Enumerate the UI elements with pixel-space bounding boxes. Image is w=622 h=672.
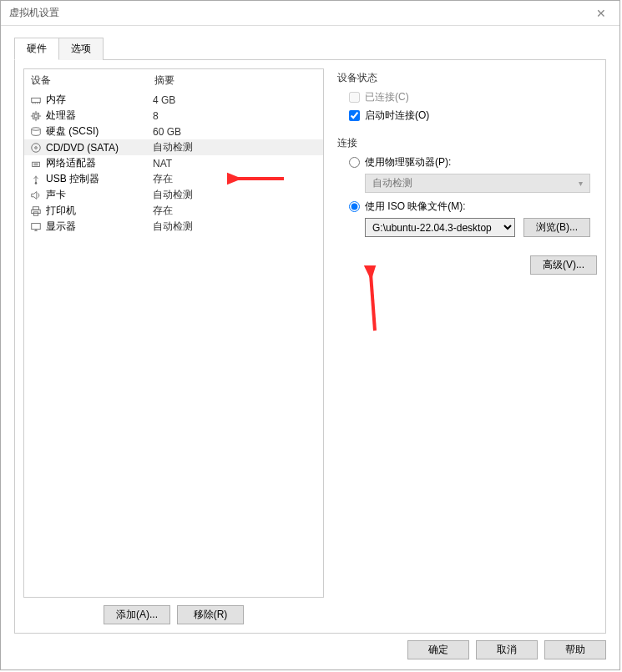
device-summary: NAT	[153, 158, 318, 169]
device-row-cd[interactable]: CD/DVD (SATA)自动检测	[24, 139, 323, 155]
vm-settings-window: 虚拟机设置 ✕ 硬件 选项 设备 摘要 内存4 GB处理器8硬盘 (SCSI)6…	[0, 0, 620, 670]
connected-input	[349, 92, 360, 103]
device-name: 硬盘 (SCSI)	[46, 124, 153, 139]
device-summary: 8	[153, 110, 318, 122]
content-area: 硬件 选项 设备 摘要 内存4 GB处理器8硬盘 (SCSI)60 GBCD/D…	[1, 26, 619, 642]
sound-icon	[29, 189, 43, 202]
remove-button[interactable]: 移除(R)	[177, 605, 244, 624]
svg-rect-6	[34, 114, 38, 118]
tab-panel-hardware: 设备 摘要 内存4 GB处理器8硬盘 (SCSI)60 GBCD/DVD (SA…	[14, 59, 606, 634]
svg-point-12	[32, 143, 41, 152]
printer-icon	[29, 205, 43, 218]
device-name: 内存	[46, 93, 153, 107]
device-row-net[interactable]: 网络适配器NAT	[24, 155, 323, 171]
device-summary: 自动检测	[153, 188, 318, 202]
device-summary: 4 GB	[153, 94, 318, 106]
disk-icon	[29, 125, 43, 139]
device-name: 网络适配器	[46, 156, 153, 170]
device-name: 处理器	[46, 109, 153, 123]
titlebar: 虚拟机设置 ✕	[1, 1, 619, 26]
left-column: 设备 摘要 内存4 GB处理器8硬盘 (SCSI)60 GBCD/DVD (SA…	[23, 68, 324, 624]
iso-path-select[interactable]: G:\ubuntu-22.04.3-desktop	[365, 218, 515, 237]
device-name: CD/DVD (SATA)	[46, 142, 153, 154]
connected-label: 已连接(C)	[365, 90, 409, 104]
tab-hardware[interactable]: 硬件	[14, 38, 59, 60]
device-summary: 存在	[153, 172, 318, 186]
physical-drive-value: 自动检测	[372, 176, 412, 190]
device-summary: 自动检测	[153, 140, 318, 154]
device-name: 声卡	[46, 188, 153, 202]
add-button[interactable]: 添加(A)...	[104, 605, 170, 624]
device-summary: 自动检测	[153, 220, 318, 234]
connected-checkbox[interactable]: 已连接(C)	[349, 90, 597, 104]
device-list-header: 设备 摘要	[24, 69, 323, 92]
iso-radio-input[interactable]	[349, 201, 360, 212]
svg-rect-5	[33, 113, 39, 119]
connect-at-poweron-label: 启动时连接(O)	[365, 109, 429, 123]
ok-button[interactable]: 确定	[407, 640, 469, 659]
physical-drive-label: 使用物理驱动器(P):	[365, 155, 451, 169]
help-button[interactable]: 帮助	[544, 640, 606, 659]
device-row-memory[interactable]: 内存4 GB	[24, 92, 323, 108]
usb-icon	[29, 173, 43, 186]
device-name: 打印机	[46, 204, 153, 218]
device-summary: 60 GB	[153, 126, 318, 138]
tab-options[interactable]: 选项	[58, 38, 104, 60]
footer-buttons: 确定 取消 帮助	[407, 640, 606, 659]
physical-drive-radio[interactable]: 使用物理驱动器(P):	[349, 155, 597, 169]
device-row-disk[interactable]: 硬盘 (SCSI)60 GB	[24, 124, 323, 139]
device-list: 设备 摘要 内存4 GB处理器8硬盘 (SCSI)60 GBCD/DVD (SA…	[23, 68, 324, 598]
net-icon	[29, 157, 43, 170]
browse-button[interactable]: 浏览(B)...	[523, 218, 590, 237]
cpu-icon	[29, 109, 43, 123]
right-column: 设备状态 已连接(C) 启动时连接(O) 连接	[337, 68, 597, 624]
window-title: 虚拟机设置	[9, 6, 59, 20]
memory-icon	[29, 93, 43, 107]
device-row-printer[interactable]: 打印机存在	[24, 203, 323, 219]
svg-rect-23	[32, 223, 41, 229]
connection-title: 连接	[337, 136, 597, 150]
svg-rect-20	[33, 206, 39, 210]
close-button[interactable]: ✕	[582, 1, 619, 25]
device-row-cpu[interactable]: 处理器8	[24, 108, 323, 124]
device-name: USB 控制器	[46, 172, 153, 186]
cancel-button[interactable]: 取消	[476, 640, 538, 659]
display-icon	[29, 220, 43, 234]
device-row-sound[interactable]: 声卡自动检测	[24, 187, 323, 203]
svg-rect-14	[33, 162, 40, 166]
header-summary: 摘要	[154, 73, 316, 88]
svg-marker-19	[32, 191, 37, 199]
physical-drive-dropdown: 自动检测	[365, 174, 590, 193]
svg-point-13	[35, 146, 38, 149]
iso-radio-label: 使用 ISO 映像文件(M):	[365, 200, 466, 214]
advanced-button[interactable]: 高级(V)...	[530, 255, 597, 275]
device-row-usb[interactable]: USB 控制器存在	[24, 171, 323, 187]
svg-point-11	[32, 127, 41, 130]
tabs: 硬件 选项	[14, 38, 606, 60]
connect-at-poweron-input[interactable]	[349, 110, 360, 121]
header-device: 设备	[31, 73, 154, 88]
device-summary: 存在	[153, 204, 318, 218]
device-status-title: 设备状态	[337, 71, 597, 85]
cd-icon	[29, 141, 43, 154]
connect-at-poweron-checkbox[interactable]: 启动时连接(O)	[349, 109, 597, 123]
device-row-display[interactable]: 显示器自动检测	[24, 219, 323, 235]
svg-rect-0	[32, 98, 41, 102]
iso-radio[interactable]: 使用 ISO 映像文件(M):	[349, 200, 597, 214]
physical-drive-input[interactable]	[349, 157, 360, 168]
device-name: 显示器	[46, 220, 153, 234]
